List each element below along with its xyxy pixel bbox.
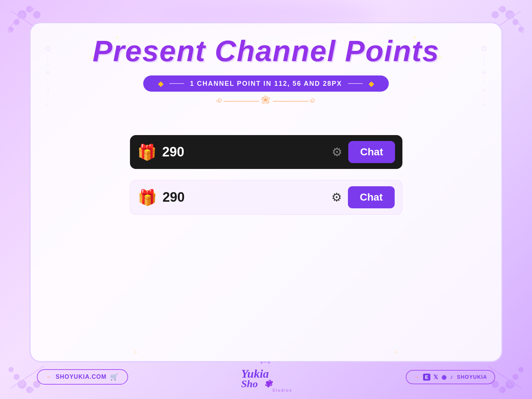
- etsy-icon[interactable]: E: [423, 374, 430, 381]
- social-icons: E 𝕏 ◉ ♪: [423, 374, 453, 381]
- chat-button-light[interactable]: Chat: [348, 186, 394, 208]
- svg-text:✿: ✿: [498, 6, 503, 12]
- svg-text:✿: ✿: [29, 6, 34, 12]
- channel-bars-container: 🎁 290 ⚙ Chat 🎁 290 ⚙ Chat: [130, 135, 402, 215]
- social-badge[interactable]: → E 𝕏 ◉ ♪ SHOYUKIA: [406, 370, 495, 384]
- svg-point-13: [492, 11, 499, 18]
- banner-text: 1 CHANNEL POINT IN 112, 56 AND 28PX: [190, 80, 342, 88]
- banner-diamond-right: ◆: [369, 79, 374, 88]
- svg-text:✾: ✾: [264, 379, 273, 389]
- main-card: Present Channel Points ◆ 1 CHANNEL POINT…: [29, 22, 503, 362]
- point-count-light: 290: [163, 190, 326, 205]
- channel-bar-light: 🎁 290 ⚙ Chat: [130, 180, 402, 215]
- svg-text:✦: ✦: [267, 360, 271, 366]
- channel-bar-dark: 🎁 290 ⚙ Chat: [130, 135, 402, 169]
- social-handle: SHOYUKIA: [457, 374, 487, 380]
- svg-text:✿: ✿: [520, 28, 525, 34]
- svg-text:✦: ✦: [260, 360, 264, 366]
- banner-diamond-left: ◆: [158, 79, 163, 88]
- instagram-icon[interactable]: ◉: [441, 374, 447, 381]
- svg-text:Sho: Sho: [241, 378, 258, 389]
- gear-icon-light[interactable]: ⚙: [331, 190, 342, 204]
- svg-text:✿: ✿: [507, 12, 514, 20]
- brand-logo: ✦ ✦ Yukia Sho ✾ Studios: [237, 359, 296, 395]
- point-count-dark: 290: [162, 144, 326, 160]
- banner-line-left: [169, 83, 184, 84]
- svg-text:✿: ✿: [7, 28, 12, 34]
- gift-icon-dark: 🎁: [137, 143, 156, 161]
- arrow-right-deco: →: [414, 374, 419, 380]
- svg-text:✿: ✿: [18, 12, 25, 20]
- svg-text:Studios: Studios: [272, 388, 292, 392]
- bottom-bar: ← SHOYUKIA.COM 🛒 ✦ ✦ Yukia Sho ✾ Studios: [0, 355, 532, 399]
- gear-icon-dark[interactable]: ⚙: [332, 145, 342, 159]
- website-text: SHOYUKIA.COM: [56, 374, 106, 380]
- website-badge[interactable]: ← SHOYUKIA.COM 🛒: [37, 369, 128, 385]
- info-banner: ◆ 1 CHANNEL POINT IN 112, 56 AND 28PX ◆: [143, 75, 389, 92]
- banner-line-right: [348, 83, 363, 84]
- logo-svg: ✦ ✦ Yukia Sho ✾ Studios: [237, 359, 296, 395]
- svg-line-16: [503, 7, 525, 29]
- gift-icon-light: 🎁: [138, 188, 157, 206]
- twitter-icon[interactable]: 𝕏: [433, 374, 438, 381]
- svg-point-3: [33, 11, 40, 18]
- chat-button-dark[interactable]: Chat: [348, 141, 395, 163]
- cart-icon: 🛒: [110, 373, 119, 381]
- arrow-left-deco: ←: [46, 374, 52, 380]
- background: ✿ ✿ ✿ ✿ ✿ ✿ ✿ ✿: [0, 0, 532, 399]
- tiktok-icon[interactable]: ♪: [450, 374, 453, 380]
- orange-decoration: ꩜———— ❀ ————꩜: [215, 95, 317, 106]
- page-title: Present Channel Points: [93, 34, 440, 68]
